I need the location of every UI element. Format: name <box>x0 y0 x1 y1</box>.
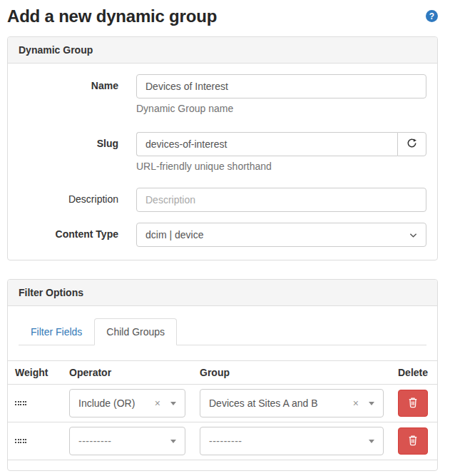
group-select[interactable]: --------- <box>200 427 384 455</box>
page: Add a new dynamic group ? Dynamic Group … <box>7 6 438 471</box>
operator-select[interactable]: --------- <box>69 427 185 455</box>
content-type-field-row: Content Type dcim | device <box>19 223 426 247</box>
page-title: Add a new dynamic group <box>7 6 426 26</box>
operator-column-header: Operator <box>62 361 193 385</box>
group-column-header: Group <box>193 361 391 385</box>
filter-tabs: Filter Fields Child Groups <box>19 318 426 345</box>
trash-icon <box>408 435 418 448</box>
table-header-row: Weight Operator Group Delete <box>8 361 437 385</box>
regenerate-slug-button[interactable] <box>397 132 426 156</box>
refresh-icon <box>406 138 417 151</box>
child-group-row: --------- --------- <box>8 422 437 460</box>
tab-child-groups[interactable]: Child Groups <box>94 318 177 345</box>
clear-selection-icon[interactable]: × <box>353 397 359 409</box>
name-help-text: Dynamic Group name <box>136 103 426 114</box>
dropdown-arrow-icon <box>369 402 374 405</box>
filter-options-panel-title: Filter Options <box>8 280 437 306</box>
chevron-down-icon <box>409 229 417 240</box>
name-label: Name <box>19 74 136 121</box>
dropdown-arrow-icon <box>170 402 176 405</box>
tab-filter-fields[interactable]: Filter Fields <box>19 318 94 345</box>
slug-label: Slug <box>19 132 136 172</box>
name-input[interactable] <box>136 74 426 98</box>
drag-handle-icon[interactable] <box>15 439 26 443</box>
name-field-row: Name Dynamic Group name <box>19 74 426 121</box>
delete-column-header: Delete <box>391 361 437 385</box>
delete-row-button[interactable] <box>398 427 428 455</box>
drag-handle-icon[interactable] <box>15 401 26 405</box>
group-select[interactable]: Devices at Sites A and B × <box>200 389 384 417</box>
content-type-label: Content Type <box>19 223 136 247</box>
delete-row-button[interactable] <box>398 390 428 417</box>
operator-value: --------- <box>78 435 170 447</box>
dropdown-arrow-icon <box>170 440 176 443</box>
help-icon[interactable]: ? <box>426 10 438 22</box>
slug-help-text: URL-friendly unique shorthand <box>136 161 426 172</box>
dynamic-group-panel-body: Name Dynamic Group name Slug <box>8 64 437 260</box>
slug-field-row: Slug URL-friendly <box>19 132 426 172</box>
dynamic-group-panel: Dynamic Group Name Dynamic Group name Sl… <box>7 36 438 260</box>
filter-tabs-area: Filter Fields Child Groups <box>8 306 437 345</box>
weight-column-header: Weight <box>8 361 62 385</box>
filter-options-panel: Filter Options Filter Fields Child Group… <box>7 279 438 471</box>
description-field-row: Description <box>19 188 426 212</box>
content-type-select[interactable]: dcim | device <box>136 223 426 247</box>
child-group-row: Include (OR) × Devices at Sites A and B … <box>8 385 437 422</box>
child-groups-table: Weight Operator Group Delete <box>8 360 437 460</box>
content-type-value: dcim | device <box>145 229 409 240</box>
operator-select[interactable]: Include (OR) × <box>69 389 185 417</box>
operator-value: Include (OR) <box>78 397 149 409</box>
clear-selection-icon[interactable]: × <box>155 397 160 409</box>
dropdown-arrow-icon <box>369 440 374 443</box>
description-input[interactable] <box>136 188 426 212</box>
description-label: Description <box>19 188 136 212</box>
trash-icon <box>408 397 418 410</box>
slug-input[interactable] <box>136 132 397 156</box>
dynamic-group-panel-title: Dynamic Group <box>8 37 437 64</box>
group-value: Devices at Sites A and B <box>209 397 347 409</box>
group-value: --------- <box>209 435 369 447</box>
page-header: Add a new dynamic group ? <box>7 6 438 26</box>
